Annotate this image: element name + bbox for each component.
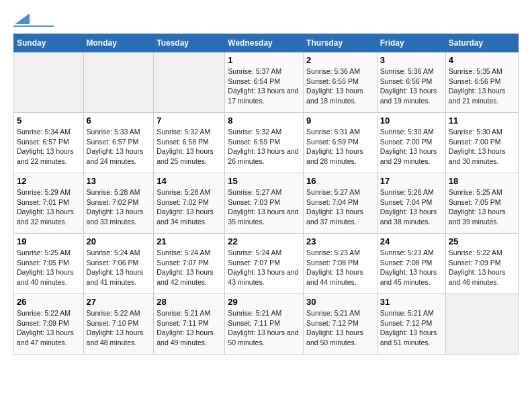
day-cell: 12 Sunrise: 5:29 AM Sunset: 7:01 PM Dayl… bbox=[14, 173, 84, 234]
day-cell: 9 Sunrise: 5:31 AM Sunset: 6:59 PM Dayli… bbox=[304, 113, 378, 173]
day-info: Sunrise: 5:31 AM Sunset: 6:59 PM Dayligh… bbox=[306, 127, 374, 167]
header-monday: Monday bbox=[83, 34, 154, 52]
day-number: 29 bbox=[228, 297, 300, 307]
day-cell: 25 Sunrise: 5:22 AM Sunset: 7:09 PM Dayl… bbox=[445, 234, 518, 294]
day-info: Sunrise: 5:25 AM Sunset: 7:05 PM Dayligh… bbox=[449, 187, 515, 227]
day-number: 26 bbox=[17, 297, 81, 307]
day-info: Sunrise: 5:24 AM Sunset: 7:07 PM Dayligh… bbox=[228, 248, 300, 287]
day-cell: 30 Sunrise: 5:21 AM Sunset: 7:12 PM Dayl… bbox=[304, 294, 378, 355]
page-header bbox=[13, 13, 519, 27]
day-info: Sunrise: 5:27 AM Sunset: 7:03 PM Dayligh… bbox=[228, 187, 300, 227]
day-number: 14 bbox=[157, 176, 222, 186]
logo-bird-icon bbox=[15, 13, 30, 24]
day-info: Sunrise: 5:33 AM Sunset: 6:57 PM Dayligh… bbox=[87, 127, 151, 167]
day-number: 12 bbox=[17, 176, 81, 186]
day-number: 9 bbox=[306, 116, 374, 126]
day-number: 7 bbox=[157, 116, 222, 126]
day-number: 4 bbox=[449, 55, 515, 65]
day-cell: 8 Sunrise: 5:32 AM Sunset: 6:59 PM Dayli… bbox=[225, 113, 304, 173]
calendar-header-row: SundayMondayTuesdayWednesdayThursdayFrid… bbox=[14, 34, 519, 52]
day-number: 2 bbox=[306, 55, 374, 65]
day-number: 5 bbox=[17, 116, 81, 126]
day-info: Sunrise: 5:36 AM Sunset: 6:56 PM Dayligh… bbox=[380, 66, 443, 106]
day-cell: 14 Sunrise: 5:28 AM Sunset: 7:02 PM Dayl… bbox=[154, 173, 225, 234]
day-number: 28 bbox=[157, 297, 222, 307]
day-info: Sunrise: 5:25 AM Sunset: 7:05 PM Dayligh… bbox=[17, 248, 81, 287]
day-cell: 19 Sunrise: 5:25 AM Sunset: 7:05 PM Dayl… bbox=[14, 234, 84, 294]
day-number: 17 bbox=[380, 176, 443, 186]
day-number: 13 bbox=[87, 176, 151, 186]
day-cell: 4 Sunrise: 5:35 AM Sunset: 6:56 PM Dayli… bbox=[445, 52, 518, 113]
day-info: Sunrise: 5:27 AM Sunset: 7:04 PM Dayligh… bbox=[306, 187, 374, 227]
day-cell: 27 Sunrise: 5:22 AM Sunset: 7:10 PM Dayl… bbox=[83, 294, 154, 355]
day-cell bbox=[445, 294, 518, 355]
day-info: Sunrise: 5:35 AM Sunset: 6:56 PM Dayligh… bbox=[449, 66, 515, 106]
day-cell: 18 Sunrise: 5:25 AM Sunset: 7:05 PM Dayl… bbox=[445, 173, 518, 234]
week-row-3: 12 Sunrise: 5:29 AM Sunset: 7:01 PM Dayl… bbox=[14, 173, 519, 234]
week-row-4: 19 Sunrise: 5:25 AM Sunset: 7:05 PM Dayl… bbox=[14, 234, 519, 294]
day-cell: 2 Sunrise: 5:36 AM Sunset: 6:55 PM Dayli… bbox=[304, 52, 378, 113]
day-cell: 17 Sunrise: 5:26 AM Sunset: 7:04 PM Dayl… bbox=[377, 173, 445, 234]
day-number: 8 bbox=[228, 116, 300, 126]
day-number: 21 bbox=[157, 236, 222, 246]
day-info: Sunrise: 5:30 AM Sunset: 7:00 PM Dayligh… bbox=[449, 127, 515, 167]
day-info: Sunrise: 5:36 AM Sunset: 6:55 PM Dayligh… bbox=[306, 66, 374, 106]
day-number: 24 bbox=[380, 236, 443, 246]
logo-line bbox=[13, 26, 54, 27]
day-number: 30 bbox=[306, 297, 374, 307]
day-number: 22 bbox=[228, 236, 300, 246]
svg-marker-0 bbox=[15, 13, 30, 24]
calendar-table: SundayMondayTuesdayWednesdayThursdayFrid… bbox=[13, 34, 519, 355]
day-number: 1 bbox=[228, 55, 300, 65]
day-info: Sunrise: 5:26 AM Sunset: 7:04 PM Dayligh… bbox=[380, 187, 443, 227]
day-info: Sunrise: 5:32 AM Sunset: 6:58 PM Dayligh… bbox=[157, 127, 222, 167]
day-cell: 1 Sunrise: 5:37 AM Sunset: 6:54 PM Dayli… bbox=[225, 52, 304, 113]
day-info: Sunrise: 5:21 AM Sunset: 7:12 PM Dayligh… bbox=[380, 308, 443, 348]
day-cell: 29 Sunrise: 5:21 AM Sunset: 7:11 PM Dayl… bbox=[225, 294, 304, 355]
header-sunday: Sunday bbox=[14, 34, 84, 52]
header-tuesday: Tuesday bbox=[154, 34, 225, 52]
day-cell: 20 Sunrise: 5:24 AM Sunset: 7:06 PM Dayl… bbox=[83, 234, 154, 294]
day-info: Sunrise: 5:37 AM Sunset: 6:54 PM Dayligh… bbox=[228, 66, 300, 106]
day-number: 16 bbox=[306, 176, 374, 186]
day-info: Sunrise: 5:28 AM Sunset: 7:02 PM Dayligh… bbox=[157, 187, 222, 227]
day-cell: 11 Sunrise: 5:30 AM Sunset: 7:00 PM Dayl… bbox=[445, 113, 518, 173]
week-row-2: 5 Sunrise: 5:34 AM Sunset: 6:57 PM Dayli… bbox=[14, 113, 519, 173]
logo bbox=[13, 13, 54, 27]
day-number: 18 bbox=[449, 176, 515, 186]
day-number: 15 bbox=[228, 176, 300, 186]
day-info: Sunrise: 5:29 AM Sunset: 7:01 PM Dayligh… bbox=[17, 187, 81, 227]
day-number: 31 bbox=[380, 297, 443, 307]
day-number: 10 bbox=[380, 116, 443, 126]
day-number: 3 bbox=[380, 55, 443, 65]
day-info: Sunrise: 5:24 AM Sunset: 7:07 PM Dayligh… bbox=[157, 248, 222, 287]
day-cell: 5 Sunrise: 5:34 AM Sunset: 6:57 PM Dayli… bbox=[14, 113, 84, 173]
header-wednesday: Wednesday bbox=[225, 34, 304, 52]
day-info: Sunrise: 5:24 AM Sunset: 7:06 PM Dayligh… bbox=[87, 248, 151, 287]
day-cell: 21 Sunrise: 5:24 AM Sunset: 7:07 PM Dayl… bbox=[154, 234, 225, 294]
day-info: Sunrise: 5:32 AM Sunset: 6:59 PM Dayligh… bbox=[228, 127, 300, 167]
day-cell: 3 Sunrise: 5:36 AM Sunset: 6:56 PM Dayli… bbox=[377, 52, 445, 113]
day-cell bbox=[14, 52, 84, 113]
day-info: Sunrise: 5:22 AM Sunset: 7:10 PM Dayligh… bbox=[87, 308, 151, 348]
day-number: 6 bbox=[87, 116, 151, 126]
header-thursday: Thursday bbox=[304, 34, 378, 52]
day-info: Sunrise: 5:21 AM Sunset: 7:11 PM Dayligh… bbox=[157, 308, 222, 348]
week-row-5: 26 Sunrise: 5:22 AM Sunset: 7:09 PM Dayl… bbox=[14, 294, 519, 355]
day-number: 11 bbox=[449, 116, 515, 126]
week-row-1: 1 Sunrise: 5:37 AM Sunset: 6:54 PM Dayli… bbox=[14, 52, 519, 113]
day-info: Sunrise: 5:23 AM Sunset: 7:08 PM Dayligh… bbox=[380, 248, 443, 287]
day-info: Sunrise: 5:22 AM Sunset: 7:09 PM Dayligh… bbox=[17, 308, 81, 348]
day-cell: 31 Sunrise: 5:21 AM Sunset: 7:12 PM Dayl… bbox=[377, 294, 445, 355]
day-cell: 7 Sunrise: 5:32 AM Sunset: 6:58 PM Dayli… bbox=[154, 113, 225, 173]
header-friday: Friday bbox=[377, 34, 445, 52]
day-number: 23 bbox=[306, 236, 374, 246]
day-info: Sunrise: 5:28 AM Sunset: 7:02 PM Dayligh… bbox=[87, 187, 151, 227]
day-cell: 13 Sunrise: 5:28 AM Sunset: 7:02 PM Dayl… bbox=[83, 173, 154, 234]
day-cell: 22 Sunrise: 5:24 AM Sunset: 7:07 PM Dayl… bbox=[225, 234, 304, 294]
day-info: Sunrise: 5:30 AM Sunset: 7:00 PM Dayligh… bbox=[380, 127, 443, 167]
day-cell: 10 Sunrise: 5:30 AM Sunset: 7:00 PM Dayl… bbox=[377, 113, 445, 173]
day-cell bbox=[154, 52, 225, 113]
day-cell: 6 Sunrise: 5:33 AM Sunset: 6:57 PM Dayli… bbox=[83, 113, 154, 173]
day-info: Sunrise: 5:21 AM Sunset: 7:12 PM Dayligh… bbox=[306, 308, 374, 348]
